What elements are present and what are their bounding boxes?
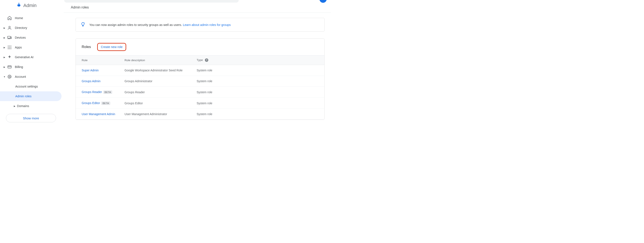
roles-table: Role Role description Type ? Super Admin… (76, 55, 324, 120)
sidebar-item-directory[interactable]: ▶ Directory (0, 23, 64, 33)
sidebar-item-label: Home (15, 16, 23, 20)
svg-point-7 (9, 47, 10, 48)
sidebar-nav: Home ▶ Directory ▶ Devices ▶ (0, 13, 64, 111)
svg-point-6 (8, 47, 9, 48)
sidebar-item-label: Admin roles (15, 95, 32, 98)
sidebar-item-label: Generative AI (15, 56, 34, 59)
highlight-annotation: Create new role (97, 43, 126, 51)
table-row[interactable]: User Management AdminUser Management Adm… (76, 109, 324, 120)
cell-role: User Management Admin (76, 109, 120, 120)
topbar (64, 0, 331, 3)
svg-point-11 (10, 49, 12, 49)
create-new-role-button[interactable]: Create new role (98, 44, 125, 50)
sidebar-item-account[interactable]: ▼ Account (0, 72, 64, 82)
sidebar-item-label: Domains (17, 104, 29, 108)
column-header-role[interactable]: Role (76, 56, 120, 65)
role-link[interactable]: Groups Admin (82, 79, 100, 83)
page-title: Admin roles (64, 3, 331, 13)
main: Admin roles You can now assign admin rol… (64, 0, 331, 125)
sidebar: Admin Home ▶ Directory ▶ (0, 0, 64, 125)
cell-description: User Management Administrator (120, 109, 192, 120)
roles-card: Roles Create new role Role Role descript… (76, 39, 324, 120)
svg-rect-1 (8, 36, 10, 38)
svg-rect-12 (8, 66, 12, 68)
cell-type: System role (192, 109, 324, 120)
banner-link[interactable]: Learn about admin roles for groups (183, 23, 231, 27)
cell-type: System role (192, 76, 324, 87)
table-row[interactable]: Groups AdminGroups AdministratorSystem r… (76, 76, 324, 87)
role-link[interactable]: User Management Admin (82, 112, 115, 116)
sidebar-item-apps[interactable]: ▶ Apps (0, 43, 64, 52)
show-more-button[interactable]: Show more (6, 114, 56, 122)
help-icon[interactable]: ? (205, 58, 208, 62)
sidebar-item-label: Account (15, 75, 26, 78)
role-link[interactable]: Super Admin (82, 69, 99, 72)
caret-right-icon: ▶ (2, 37, 6, 39)
lightbulb-icon (80, 22, 86, 28)
svg-point-8 (10, 47, 12, 48)
caret-right-icon: ▶ (2, 46, 6, 49)
cell-description: Groups Editor (120, 98, 192, 109)
roles-card-head: Roles Create new role (76, 39, 324, 55)
apps-grid-icon (6, 45, 15, 50)
column-header-type[interactable]: Type ? (192, 56, 324, 65)
table-row[interactable]: Super AdminGoogle Workspace Administrato… (76, 65, 324, 76)
content: You can now assign admin roles to securi… (64, 13, 331, 120)
brand-logo-icon (16, 2, 22, 9)
caret-right-icon: ▶ (2, 56, 6, 58)
caret-down-icon: ▼ (2, 76, 6, 78)
svg-point-5 (10, 46, 12, 47)
roles-heading: Roles (82, 45, 91, 49)
column-header-type-label: Type (197, 58, 203, 62)
beta-badge: BETA (101, 102, 110, 105)
sidebar-item-generative-ai[interactable]: ▶ Generative AI (0, 52, 64, 62)
info-banner: You can now assign admin roles to securi… (76, 18, 324, 32)
svg-point-9 (8, 49, 9, 49)
sidebar-item-account-settings[interactable]: Account settings (0, 82, 64, 91)
role-link[interactable]: Groups Editor (82, 101, 100, 105)
cell-description: Groups Administrator (120, 76, 192, 87)
person-icon (6, 26, 15, 30)
cell-role: Groups ReaderBETA (76, 87, 120, 98)
svg-point-10 (9, 49, 10, 49)
sidebar-item-label: Account settings (15, 85, 38, 88)
sidebar-item-label: Apps (15, 46, 22, 49)
svg-point-13 (9, 76, 10, 77)
sidebar-item-admin-roles[interactable]: Admin roles (0, 91, 62, 101)
devices-icon (6, 35, 15, 40)
svg-point-14 (84, 23, 85, 23)
cell-type: System role (192, 87, 324, 98)
brand-row: Admin (0, 2, 64, 13)
svg-rect-2 (10, 37, 12, 39)
svg-point-0 (9, 26, 10, 28)
sidebar-item-billing[interactable]: ▶ Billing (0, 62, 64, 72)
sidebar-item-label: Billing (15, 65, 23, 69)
banner-message: You can now assign admin roles to securi… (89, 23, 183, 27)
at-icon (6, 74, 15, 79)
cell-role: Super Admin (76, 65, 120, 76)
brand-label: Admin (23, 3, 36, 8)
svg-point-3 (8, 46, 9, 47)
table-row[interactable]: Groups ReaderBETAGroups ReaderSystem rol… (76, 87, 324, 98)
caret-right-icon: ▶ (2, 66, 6, 68)
cell-description: Google Workspace Administrator Seed Role (120, 65, 192, 76)
sidebar-item-domains[interactable]: ▶ Domains (0, 101, 64, 111)
cell-role: Groups Admin (76, 76, 120, 87)
sparkle-icon (6, 55, 15, 60)
caret-right-icon: ▶ (2, 27, 6, 29)
search-input[interactable] (64, 0, 239, 3)
sidebar-item-devices[interactable]: ▶ Devices (0, 33, 64, 43)
cell-type: System role (192, 65, 324, 76)
card-icon (6, 65, 15, 69)
table-row[interactable]: Groups EditorBETAGroups EditorSystem rol… (76, 98, 324, 109)
sidebar-item-home[interactable]: Home (0, 13, 64, 23)
cell-description: Groups Reader (120, 87, 192, 98)
sidebar-item-label: Directory (15, 26, 27, 30)
role-link[interactable]: Groups Reader (82, 90, 102, 94)
svg-point-4 (9, 46, 10, 47)
column-header-description[interactable]: Role description (120, 56, 192, 65)
home-icon (6, 16, 15, 20)
banner-text: You can now assign admin roles to securi… (89, 23, 231, 27)
cell-type: System role (192, 98, 324, 109)
caret-right-icon: ▶ (13, 105, 16, 107)
